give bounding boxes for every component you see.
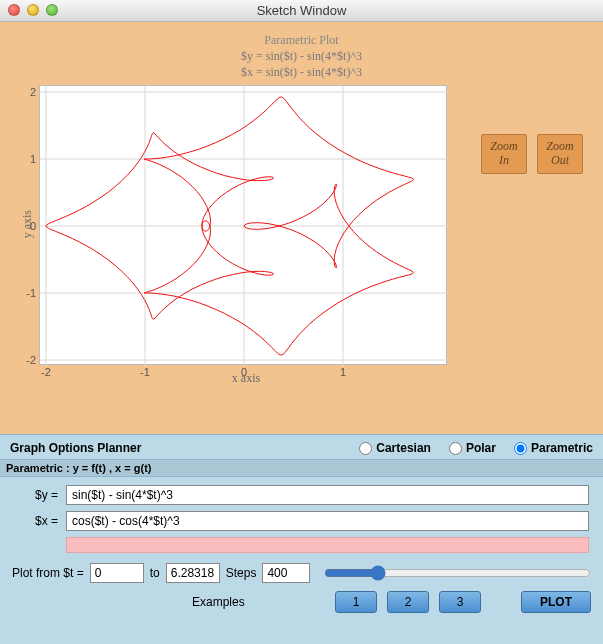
radio-parametric[interactable] (514, 442, 527, 455)
y-ticks: -2-1012 (20, 86, 38, 364)
plot-button[interactable]: PLOT (521, 591, 591, 613)
plot-titles: Parametric Plot $y = sin($t) - sin(4*$t)… (14, 32, 589, 81)
steps-slider[interactable] (324, 565, 591, 581)
t-end-input[interactable] (166, 563, 220, 583)
examples-label: Examples (192, 595, 245, 609)
zoom-in-button[interactable]: Zoom In (481, 134, 527, 174)
window-titlebar: Sketch Window (0, 0, 603, 22)
mode-subheader: Parametric : y = f(t) , x = g(t) (0, 459, 603, 477)
plot-panel: Parametric Plot $y = sin($t) - sin(4*$t)… (0, 22, 603, 434)
x-ticks: -2-101 (40, 366, 446, 382)
y-equation-label: $y = (14, 488, 58, 502)
y-equation-input[interactable] (66, 485, 589, 505)
window-title: Sketch Window (257, 3, 347, 18)
mode-radios: Cartesian Polar Parametric (359, 441, 593, 455)
plot-title-main: Parametric Plot (14, 32, 589, 48)
example-3-button[interactable]: 3 (439, 591, 481, 613)
steps-input[interactable] (262, 563, 310, 583)
window-controls (8, 4, 58, 16)
zoom-out-button[interactable]: Zoom Out (537, 134, 583, 174)
mode-polar[interactable]: Polar (449, 441, 496, 455)
plot-title-y: $y = sin($t) - sin(4*$t)^3 (14, 48, 589, 64)
plot-canvas[interactable]: -2-1012 -2-101 (39, 85, 447, 365)
radio-cartesian[interactable] (359, 442, 372, 455)
mode-cartesian[interactable]: Cartesian (359, 441, 431, 455)
mode-parametric[interactable]: Parametric (514, 441, 593, 455)
zoom-window-icon[interactable] (46, 4, 58, 16)
radio-polar[interactable] (449, 442, 462, 455)
x-equation-label: $x = (14, 514, 58, 528)
to-label: to (150, 566, 160, 580)
minimize-icon[interactable] (27, 4, 39, 16)
options-title: Graph Options Planner (10, 441, 141, 455)
plot-from-label: Plot from $t = (12, 566, 84, 580)
x-equation-input[interactable] (66, 511, 589, 531)
close-icon[interactable] (8, 4, 20, 16)
options-panel: Graph Options Planner Cartesian Polar Pa… (0, 434, 603, 644)
example-2-button[interactable]: 2 (387, 591, 429, 613)
steps-label: Steps (226, 566, 257, 580)
example-1-button[interactable]: 1 (335, 591, 377, 613)
plot-title-x: $x = sin($t) - sin(4*$t)^3 (14, 64, 589, 80)
status-bar (66, 537, 589, 553)
t-start-input[interactable] (90, 563, 144, 583)
